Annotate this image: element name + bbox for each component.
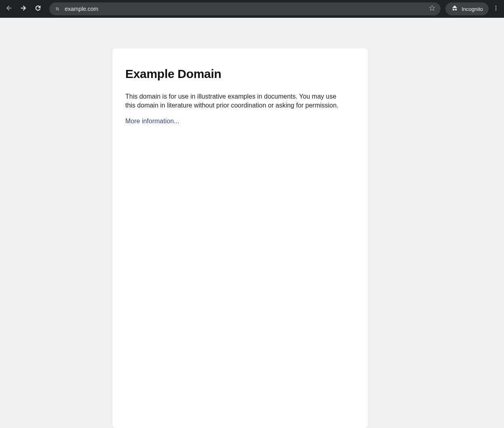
arrow-left-icon [5,4,13,13]
browser-toolbar: example.com Incognito [0,0,504,18]
reload-button[interactable] [32,2,44,15]
more-vertical-icon [493,5,499,13]
reload-icon [34,4,42,13]
bookmark-button[interactable] [428,4,436,13]
browser-menu-button[interactable] [490,2,502,15]
incognito-badge[interactable]: Incognito [445,2,489,15]
svg-point-2 [496,6,496,6]
svg-point-1 [58,10,59,11]
back-button[interactable] [2,2,15,15]
forward-button[interactable] [17,2,30,15]
site-settings-icon[interactable] [54,6,61,12]
address-bar[interactable]: example.com [49,2,441,15]
incognito-icon [451,4,458,13]
page-viewport: Example Domain This domain is for use in… [0,18,504,428]
more-information-link[interactable]: More information... [125,118,179,124]
incognito-label: Incognito [462,6,483,12]
page-title: Example Domain [125,67,355,81]
content-card: Example Domain This domain is for use in… [112,48,368,428]
url-input[interactable]: example.com [65,2,424,15]
svg-point-0 [56,7,57,8]
arrow-right-icon [20,4,27,13]
star-icon [428,4,436,13]
page-paragraph: This domain is for use in illustrative e… [125,92,344,110]
svg-point-4 [496,9,496,10]
svg-point-3 [496,8,496,8]
